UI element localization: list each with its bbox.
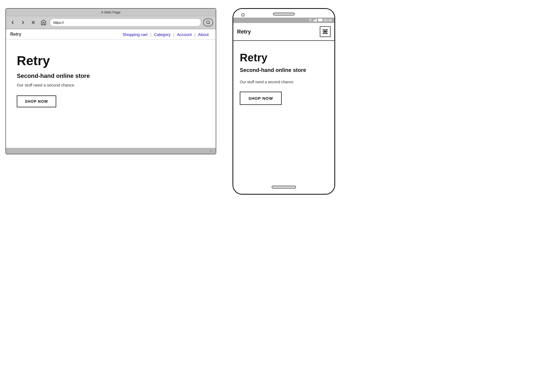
main-tagline: Our stuff need a second chance bbox=[17, 83, 205, 87]
browser-main-content: Retry Second-hand online store Our stuff… bbox=[6, 40, 216, 148]
back-button[interactable] bbox=[9, 18, 17, 26]
forward-button[interactable] bbox=[19, 18, 27, 26]
site-brand: Retry bbox=[10, 32, 120, 37]
resize-handle: // bbox=[210, 150, 214, 153]
wifi-icon bbox=[308, 18, 312, 22]
svg-line-3 bbox=[209, 23, 210, 24]
close-button[interactable] bbox=[29, 18, 37, 26]
signal-icon bbox=[313, 18, 317, 22]
svg-rect-10 bbox=[318, 19, 322, 21]
phone-speaker bbox=[273, 13, 295, 15]
nav-shopping-cart[interactable]: Shopping cart bbox=[120, 32, 150, 37]
shop-now-button[interactable]: SHOP NOW bbox=[17, 95, 56, 107]
phone-home-button[interactable] bbox=[272, 186, 296, 188]
nav-about[interactable]: About bbox=[195, 32, 211, 37]
phone-time: 20:40 bbox=[324, 19, 332, 22]
main-subheading: Second-hand online store bbox=[17, 72, 205, 79]
site-navbar: Retry Shopping cart | Category | Account… bbox=[6, 29, 216, 40]
browser-content: Retry Shopping cart | Category | Account… bbox=[6, 29, 216, 148]
browser-mockup: A Web Page bbox=[5, 8, 216, 154]
address-bar[interactable] bbox=[50, 18, 201, 26]
phone-shop-now-button[interactable]: SHOP NOW bbox=[240, 92, 282, 105]
svg-point-2 bbox=[207, 21, 209, 24]
browser-toolbar bbox=[6, 16, 216, 29]
phone-bottom-bar bbox=[233, 181, 334, 194]
phone-brand: Retry bbox=[237, 29, 251, 35]
phone-main-content: Retry Second-hand online store Our stuff… bbox=[233, 41, 334, 181]
nav-category[interactable]: Category bbox=[151, 32, 173, 37]
svg-rect-5 bbox=[313, 20, 314, 21]
phone-camera bbox=[241, 13, 245, 16]
phone-main-subheading: Second-hand online store bbox=[240, 67, 328, 73]
browser-titlebar: A Web Page bbox=[6, 9, 216, 16]
phone-mockup: 20:40 Retry Retry Second-hand online sto… bbox=[232, 8, 335, 195]
search-button[interactable] bbox=[203, 18, 213, 26]
phone-outer: 20:40 Retry Retry Second-hand online sto… bbox=[232, 8, 335, 195]
menu-icon[interactable] bbox=[320, 26, 331, 37]
svg-rect-6 bbox=[314, 20, 315, 21]
nav-links: Shopping cart | Category | Account | Abo… bbox=[120, 32, 211, 37]
home-button[interactable] bbox=[39, 18, 48, 26]
battery-icon bbox=[318, 18, 323, 22]
svg-point-4 bbox=[310, 21, 311, 22]
phone-status-icons: 20:40 bbox=[308, 18, 332, 22]
svg-rect-7 bbox=[315, 19, 316, 21]
svg-rect-8 bbox=[316, 19, 317, 22]
nav-account[interactable]: Account bbox=[174, 32, 194, 37]
phone-main-tagline: Our stuff need a second chance bbox=[240, 80, 328, 84]
phone-top-bar bbox=[233, 9, 334, 18]
phone-main-heading: Retry bbox=[240, 52, 328, 64]
main-heading: Retry bbox=[17, 53, 205, 68]
phone-status-bar: 20:40 bbox=[233, 18, 334, 23]
browser-title: A Web Page bbox=[101, 10, 121, 14]
browser-statusbar: // bbox=[6, 148, 216, 154]
phone-app-header: Retry bbox=[233, 23, 334, 41]
